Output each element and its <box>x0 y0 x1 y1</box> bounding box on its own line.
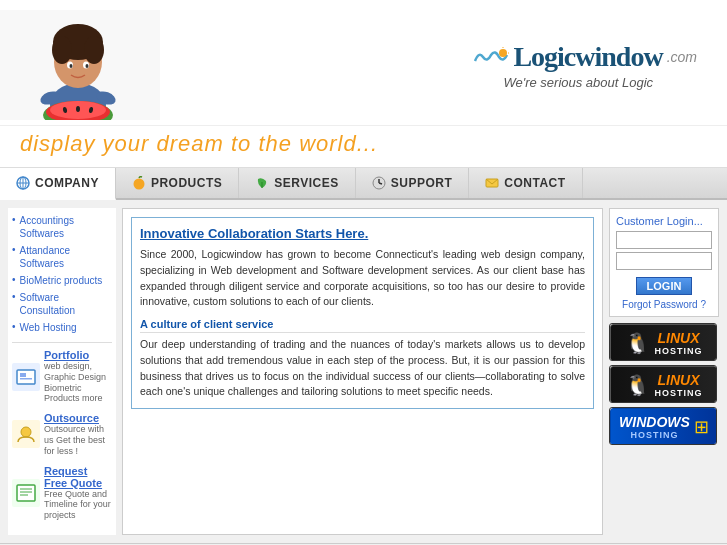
linux-sublabel-1: HOSTING <box>654 346 702 356</box>
svg-point-4 <box>52 36 72 64</box>
content-title: Innovative Collaboration Starts Here. <box>140 226 585 241</box>
windows-sublabel: HOSTING <box>619 430 690 440</box>
quote-title: Request Free Quote <box>44 465 112 489</box>
header-image <box>0 10 160 120</box>
forgot-password-link[interactable]: Forgot Password ? <box>616 299 712 310</box>
linux-label-1: Linux <box>654 330 702 346</box>
sidebar-links-section: • Accountings Softwares • Attandance Sof… <box>12 214 112 334</box>
nav-support-label: SUPPORT <box>391 176 453 190</box>
password-input[interactable] <box>616 252 712 270</box>
sidebar-quote-block[interactable]: Request Free Quote Free Quote and Timeli… <box>12 465 112 521</box>
login-button[interactable]: LOGIN <box>636 277 693 295</box>
main-content: • Accountings Softwares • Attandance Sof… <box>0 200 727 543</box>
nav-contact-label: CONTACT <box>504 176 565 190</box>
logo-com: .com <box>667 49 697 65</box>
sidebar-item-attendance[interactable]: • Attandance Softwares <box>12 244 112 270</box>
svg-rect-32 <box>20 373 26 377</box>
sidebar-item-software[interactable]: • Software Consultation <box>12 291 112 317</box>
nav-products[interactable]: PRODUCTS <box>116 168 239 198</box>
penguin-icon-1: 🐧 <box>625 331 650 355</box>
svg-point-18 <box>499 49 507 57</box>
center-content: Innovative Collaboration Starts Here. Si… <box>122 208 603 535</box>
sidebar-item-biometric[interactable]: • BioMetric products <box>12 274 112 287</box>
username-input[interactable] <box>616 231 712 249</box>
content-body1: Since 2000, Logicwindow has grown to bec… <box>140 247 585 310</box>
banner-text: display your dream to the world... <box>20 131 378 156</box>
outsource-icon <box>12 420 40 448</box>
sidebar-item-label: Web Hosting <box>20 321 77 334</box>
sidebar-item-label: Accountings Softwares <box>20 214 112 240</box>
sidebar-item-label: BioMetric products <box>20 274 103 287</box>
sidebar-divider <box>12 342 112 343</box>
linux-sublabel-2: HOSTING <box>654 388 702 398</box>
envelope-icon <box>485 176 499 190</box>
nav-support[interactable]: SUPPORT <box>356 168 470 198</box>
penguin-icon-2: 🐧 <box>625 373 650 397</box>
svg-point-9 <box>86 64 89 68</box>
orange-icon <box>132 176 146 190</box>
content-body2: Our deep understanding of trading and th… <box>140 337 585 400</box>
page-wrapper: Logicwindow.com We're serious about Logi… <box>0 0 727 545</box>
sidebar: • Accountings Softwares • Attandance Sof… <box>8 208 116 535</box>
customer-login-title: Customer Login... <box>616 215 712 227</box>
linux-hosting-button-2[interactable]: 🐧 Linux HOSTING <box>609 365 717 403</box>
nav-services[interactable]: SERVICES <box>239 168 355 198</box>
outsource-subtitle: Outsource with us Get the best for less … <box>44 424 112 456</box>
logo-name: Logicwindow <box>513 41 662 73</box>
svg-line-29 <box>379 183 382 184</box>
svg-point-5 <box>84 36 104 64</box>
svg-rect-35 <box>17 485 35 501</box>
header: Logicwindow.com We're serious about Logi… <box>0 0 727 126</box>
svg-point-34 <box>21 427 31 437</box>
quote-subtitle: Free Quote and Timeline for your project… <box>44 489 112 521</box>
logo-tagline: We're serious about Logic <box>473 75 697 90</box>
logo-area: Logicwindow.com We're serious about Logi… <box>160 41 707 90</box>
sidebar-item-label: Software Consultation <box>20 291 112 317</box>
sidebar-portfolio-block[interactable]: Portfolio web design, Graphic Design Bio… <box>12 349 112 404</box>
nav-contact[interactable]: CONTACT <box>469 168 582 198</box>
windows-hosting-button[interactable]: Windows HOSTING ⊞ <box>609 407 717 445</box>
banner: display your dream to the world... <box>0 126 727 168</box>
portfolio-title: Portfolio <box>44 349 112 361</box>
sidebar-item-accounting[interactable]: • Accountings Softwares <box>12 214 112 240</box>
nav-products-label: PRODUCTS <box>151 176 222 190</box>
windows-icon: ⊞ <box>694 416 709 438</box>
navigation: COMPANY PRODUCTS SERVICES SUPPORT <box>0 168 727 200</box>
nav-company-label: COMPANY <box>35 176 99 190</box>
windows-label: Windows <box>619 414 690 430</box>
linux-label-2: Linux <box>654 372 702 388</box>
svg-point-16 <box>76 106 80 112</box>
wave-icon <box>473 47 509 67</box>
sidebar-outsource-block[interactable]: Outsource Outsource with us Get the best… <box>12 412 112 456</box>
svg-point-25 <box>133 179 144 190</box>
logo-wave: Logicwindow.com <box>473 41 697 73</box>
nav-services-label: SERVICES <box>274 176 338 190</box>
right-sidebar: Customer Login... LOGIN Forgot Password … <box>609 208 719 535</box>
sidebar-item-label: Attandance Softwares <box>20 244 112 270</box>
outsource-title: Outsource <box>44 412 112 424</box>
svg-point-8 <box>70 64 73 68</box>
content-subheading: A culture of client service <box>140 318 585 333</box>
clock-icon <box>372 176 386 190</box>
portfolio-icon <box>12 363 40 391</box>
sidebar-item-webhosting[interactable]: • Web Hosting <box>12 321 112 334</box>
svg-rect-33 <box>20 378 32 380</box>
globe-icon <box>16 176 30 190</box>
linux-hosting-button-1[interactable]: 🐧 Linux HOSTING <box>609 323 717 361</box>
quote-icon <box>12 479 40 507</box>
leaf-icon <box>255 176 269 190</box>
nav-company[interactable]: COMPANY <box>0 168 116 200</box>
portfolio-subtitle: web design, Graphic Design Biometric Pro… <box>44 361 112 404</box>
customer-login-box: Customer Login... LOGIN Forgot Password … <box>609 208 719 317</box>
content-box: Innovative Collaboration Starts Here. Si… <box>131 217 594 409</box>
